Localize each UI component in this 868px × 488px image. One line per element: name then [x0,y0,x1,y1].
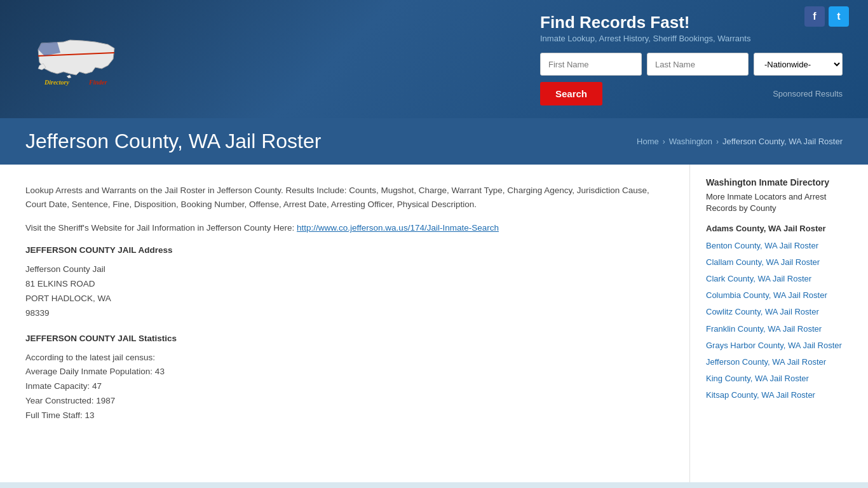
svg-text:Finder: Finder [88,79,107,86]
sidebar-directory-title: Washington Inmate Directory [706,177,852,187]
address-block: Jefferson County Jail 81 ELKINS ROAD POR… [25,262,664,321]
location-select[interactable]: -Nationwide- [754,53,843,76]
social-bar: f t [804,6,849,27]
address-heading: JEFFERSON COUNTY JAIL Address [25,245,664,255]
sidebar-link-9[interactable]: King County, WA Jail Roster [706,373,852,384]
search-button[interactable]: Search [540,82,602,105]
stats-line-1: Average Daily Inmate Population: 43 [25,365,664,379]
address-line-4: 98339 [25,306,664,321]
description-text: Lookup Arrests and Warrants on the Jail … [25,184,664,211]
logo-map-icon: Directory Finder [25,30,127,88]
address-line-2: 81 ELKINS ROAD [25,277,664,292]
stats-block: According to the latest jail census: Ave… [25,351,664,424]
svg-text:Directory: Directory [44,79,69,86]
stats-intro: According to the latest jail census: [25,351,664,365]
find-records-title: Find Records Fast! [540,13,689,32]
stats-line-4: Full Time Staff: 13 [25,409,664,423]
sidebar-link-2[interactable]: Clallam County, WA Jail Roster [706,257,852,268]
sidebar-links-list: Adams County, WA Jail RosterBenton Count… [706,223,852,401]
sidebar-link-5[interactable]: Cowlitz County, WA Jail Roster [706,306,852,318]
twitter-icon[interactable]: t [829,6,849,27]
sidebar-link-0[interactable]: Adams County, WA Jail Roster [706,223,852,234]
search-inputs: -Nationwide- [540,53,843,76]
sidebar-link-1[interactable]: Benton County, WA Jail Roster [706,240,852,252]
address-line-1: Jefferson County Jail [25,262,664,277]
breadcrumb-current: Jefferson County, WA Jail Roster [722,137,843,146]
stats-line-2: Inmate Capacity: 47 [25,379,664,394]
stats-heading: JEFFERSON COUNTY JAIL Statistics [25,334,664,343]
facebook-icon[interactable]: f [804,6,825,27]
sidebar-more-records: More Inmate Locators and Arrest Records … [706,191,852,214]
sidebar-link-7[interactable]: Grays Harbor County, WA Jail Roster [706,340,852,351]
breadcrumb-home[interactable]: Home [637,137,659,146]
sidebar-link-4[interactable]: Columbia County, WA Jail Roster [706,290,852,301]
page-title: Jefferson County, WA Jail Roster [25,130,321,153]
sidebar-link-8[interactable]: Jefferson County, WA Jail Roster [706,356,852,368]
search-area: Find Records Fast! Inmate Lookup, Arrest… [540,13,843,105]
last-name-input[interactable] [647,53,749,76]
content-area: Lookup Arrests and Warrants on the Jail … [0,165,690,482]
page-title-bar: Jefferson County, WA Jail Roster Home › … [0,118,868,165]
header: Directory Finder Find Records Fast! Inma… [0,0,868,118]
sidebar: Washington Inmate Directory More Inmate … [690,165,868,482]
sheriff-url-link[interactable]: http://www.co.jefferson.wa.us/174/Jail-I… [297,223,499,233]
sidebar-link-10[interactable]: Kitsap County, WA Jail Roster [706,390,852,401]
breadcrumb-sep-1: › [663,137,665,146]
sheriff-intro: Visit the Sheriff's Website for Jail Inf… [25,221,664,235]
address-line-3: PORT HADLOCK, WA [25,292,664,306]
sidebar-link-3[interactable]: Clark County, WA Jail Roster [706,273,852,285]
logo-area: Directory Finder [25,30,127,88]
search-row: Search Sponsored Results [540,82,843,105]
main-content: Lookup Arrests and Warrants on the Jail … [0,165,868,482]
breadcrumb: Home › Washington › Jefferson County, WA… [637,137,843,146]
first-name-input[interactable] [540,53,642,76]
stats-line-3: Year Constructed: 1987 [25,394,664,409]
sidebar-link-6[interactable]: Franklin County, WA Jail Roster [706,323,852,335]
logo-container: Directory Finder [25,30,127,88]
breadcrumb-sep-2: › [716,137,719,146]
breadcrumb-state[interactable]: Washington [669,137,712,146]
find-records-subtitle: Inmate Lookup, Arrest History, Sheriff B… [540,34,750,43]
sponsored-text: Sponsored Results [760,89,843,98]
